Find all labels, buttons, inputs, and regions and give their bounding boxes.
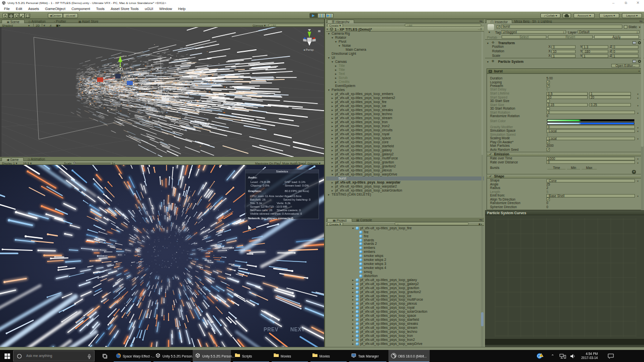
svg-text:◂ Persp: ◂ Persp [303,48,314,51]
